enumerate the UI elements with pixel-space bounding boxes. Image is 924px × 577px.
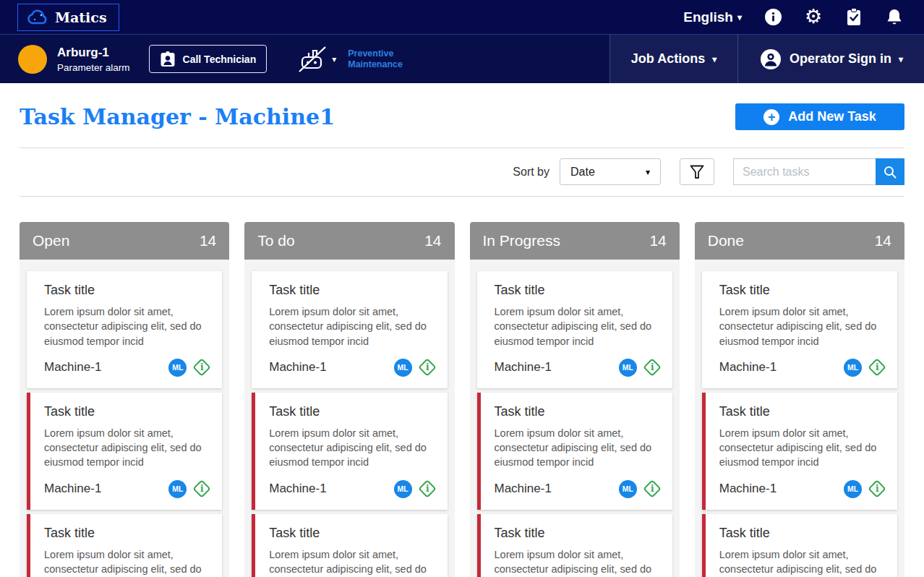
search-group <box>733 158 904 185</box>
sort-by-label: Sort by <box>513 166 549 179</box>
task-card[interactable]: Task titleLorem ipsum dolor sit amet, co… <box>477 514 672 577</box>
task-machine-label: Machine-1 <box>495 360 552 375</box>
task-card[interactable]: Task titleLorem ipsum dolor sit amet, co… <box>477 271 672 388</box>
task-card[interactable]: Task titleLorem ipsum dolor sit amet, co… <box>252 271 447 388</box>
add-new-task-button[interactable]: + Add New Task <box>735 103 904 130</box>
task-card[interactable]: Task titleLorem ipsum dolor sit amet, co… <box>477 393 672 510</box>
kanban-board: Open14Task titleLorem ipsum dolor sit am… <box>20 222 904 577</box>
call-technician-button[interactable]: Call Technician <box>149 45 268 73</box>
chevron-down-icon: ▾ <box>332 54 336 64</box>
machine-status-indicator <box>18 45 47 74</box>
search-input[interactable] <box>733 158 876 185</box>
column-count-badge: 14 <box>424 232 441 249</box>
column-header: Done14 <box>695 222 904 260</box>
info-icon[interactable] <box>763 8 782 27</box>
filter-funnel-icon <box>689 164 705 180</box>
column-title: Done <box>708 232 744 249</box>
kanban-column-open: Open14Task titleLorem ipsum dolor sit am… <box>20 222 229 577</box>
task-card[interactable]: Task titleLorem ipsum dolor sit amet, co… <box>252 514 447 577</box>
task-card[interactable]: Task titleLorem ipsum dolor sit amet, co… <box>27 393 222 510</box>
task-title: Task title <box>44 283 210 298</box>
cloud-logo-icon <box>27 9 48 25</box>
brand-name: Matics <box>55 9 107 25</box>
ml-badge: ML <box>844 359 862 377</box>
column-body: Task titleLorem ipsum dolor sit amet, co… <box>20 260 229 577</box>
task-card[interactable]: Task titleLorem ipsum dolor sit amet, co… <box>27 271 222 388</box>
column-title: In Progress <box>483 232 560 249</box>
task-card[interactable]: Task titleLorem ipsum dolor sit amet, co… <box>702 271 897 388</box>
ml-badge: ML <box>394 480 412 498</box>
task-description: Lorem ipsum dolor sit amet, consectetur … <box>495 304 661 349</box>
kanban-column-in-progress: In Progress14Task titleLorem ipsum dolor… <box>470 222 680 577</box>
info-diamond-icon[interactable]: i <box>643 359 661 377</box>
kanban-column-done: Done14Task titleLorem ipsum dolor sit am… <box>695 222 904 577</box>
task-card[interactable]: Task titleLorem ipsum dolor sit amet, co… <box>702 514 897 577</box>
task-title: Task title <box>269 283 435 298</box>
machine-summary: Arburg-1 Parameter alarm Call Technician <box>0 35 609 83</box>
brand-logo[interactable]: Matics <box>17 4 119 31</box>
language-selector[interactable]: English ▾ <box>683 9 742 25</box>
info-diamond-icon[interactable]: i <box>868 480 886 498</box>
sort-selected-value: Date <box>570 166 595 179</box>
ml-badge: ML <box>168 359 187 377</box>
settings-gear-icon[interactable]: ⚙ <box>804 8 823 27</box>
technician-badge-icon <box>160 51 176 68</box>
column-title: Open <box>33 232 69 249</box>
tasks-clipboard-icon[interactable] <box>844 8 863 27</box>
operator-sign-in-label: Operator Sign in <box>790 51 891 67</box>
task-description: Lorem ipsum dolor sit amet, consectetur … <box>495 547 661 577</box>
topbar: Matics English ▾ ⚙ <box>0 0 924 35</box>
task-manager-screen: Matics English ▾ ⚙ <box>0 0 924 577</box>
task-title: Task title <box>719 283 886 298</box>
sort-select[interactable]: Date ▾ <box>560 158 661 185</box>
task-description: Lorem ipsum dolor sit amet, consectetur … <box>44 304 210 349</box>
job-actions-label: Job Actions <box>631 51 705 67</box>
notifications-bell-icon[interactable] <box>885 8 904 27</box>
preventive-maintenance-control[interactable]: ▾ Preventive Maintenance <box>297 45 414 74</box>
column-count-badge: 14 <box>200 232 216 249</box>
search-icon <box>883 165 897 179</box>
add-new-task-label: Add New Task <box>788 109 876 124</box>
column-body: Task titleLorem ipsum dolor sit amet, co… <box>244 260 454 577</box>
task-card[interactable]: Task titleLorem ipsum dolor sit amet, co… <box>27 514 222 577</box>
task-title: Task title <box>495 283 661 298</box>
task-title: Task title <box>269 526 435 541</box>
filter-button[interactable] <box>680 158 714 185</box>
task-card[interactable]: Task titleLorem ipsum dolor sit amet, co… <box>252 393 447 510</box>
task-title: Task title <box>495 526 661 541</box>
info-diamond-icon[interactable]: i <box>193 359 211 377</box>
task-description: Lorem ipsum dolor sit amet, consectetur … <box>269 426 435 470</box>
column-count-badge: 14 <box>649 232 666 249</box>
task-machine-label: Machine-1 <box>719 482 777 496</box>
task-description: Lorem ipsum dolor sit amet, consectetur … <box>719 426 886 470</box>
column-title: To do <box>257 232 294 249</box>
task-machine-label: Machine-1 <box>44 360 101 375</box>
task-title: Task title <box>495 404 661 419</box>
info-diamond-icon[interactable]: i <box>643 480 661 498</box>
column-body: Task titleLorem ipsum dolor sit amet, co… <box>695 260 904 577</box>
topbar-actions: English ▾ ⚙ <box>683 8 904 27</box>
page-title: Task Manager - Machine1 <box>20 104 335 129</box>
job-actions-menu[interactable]: Job Actions ▾ <box>609 35 737 83</box>
ml-badge: ML <box>168 480 187 498</box>
info-diamond-icon[interactable]: i <box>193 480 211 498</box>
column-header: Open14 <box>20 222 229 260</box>
info-diamond-icon[interactable]: i <box>418 359 436 377</box>
main-content: Task Manager - Machine1 + Add New Task S… <box>0 83 924 577</box>
operator-sign-in-menu[interactable]: Operator Sign in ▾ <box>737 35 924 83</box>
ml-badge: ML <box>394 359 412 377</box>
task-title: Task title <box>44 526 210 541</box>
info-diamond-icon[interactable]: i <box>418 480 436 498</box>
operator-avatar-icon <box>759 48 782 71</box>
task-description: Lorem ipsum dolor sit amet, consectetur … <box>719 304 886 349</box>
task-title: Task title <box>719 404 886 419</box>
info-diamond-icon[interactable]: i <box>868 359 886 377</box>
chevron-down-icon: ▾ <box>737 12 742 22</box>
language-label: English <box>683 9 733 25</box>
ml-badge: ML <box>844 480 862 498</box>
search-button[interactable] <box>876 158 904 185</box>
task-card[interactable]: Task titleLorem ipsum dolor sit amet, co… <box>702 393 897 510</box>
machine-name: Arburg-1 <box>57 46 130 60</box>
column-count-badge: 14 <box>875 232 891 249</box>
divider <box>20 196 904 197</box>
